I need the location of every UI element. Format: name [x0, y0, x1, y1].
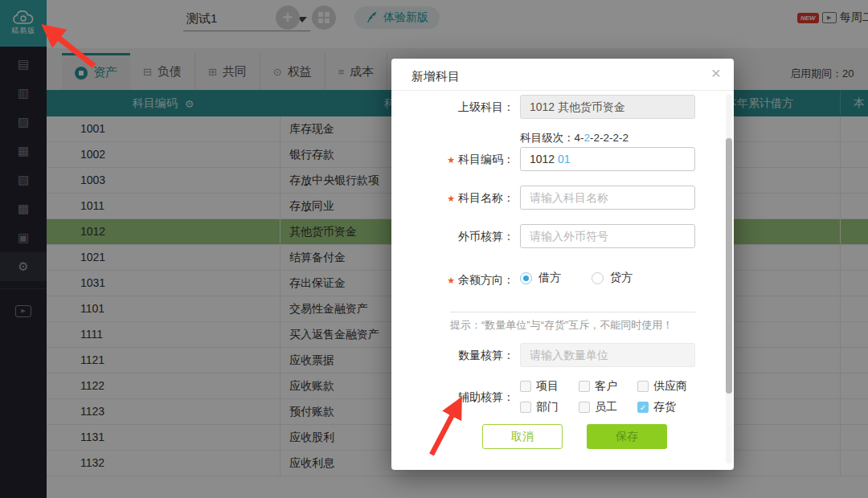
- close-icon[interactable]: ×: [711, 63, 721, 83]
- account-code-input[interactable]: 1012 01: [520, 147, 695, 171]
- required-star-icon: ★: [447, 155, 455, 165]
- parent-account-value: 1012 其他货币资金: [520, 95, 695, 119]
- checkbox-icon: [520, 381, 531, 392]
- checkbox-customer[interactable]: 客户: [579, 379, 637, 394]
- checkbox-inventory-checked[interactable]: ✓ 存货: [637, 400, 687, 414]
- checkbox-icon: [637, 381, 649, 392]
- account-name-label: ★科目名称：: [447, 191, 514, 206]
- required-star-icon: ★: [447, 194, 455, 203]
- new-account-dialog: 新增科目 × 上级科目： 1012 其他货币资金 科目级次：4-2-2-2-2-…: [391, 59, 734, 470]
- hint-divider: [450, 312, 695, 312]
- cancel-button[interactable]: 取消: [482, 424, 563, 449]
- aux-accounting-options: 项目 客户 供应商 部门 员工 ✓ 存货: [520, 379, 687, 414]
- balance-direction-group: 借方 贷方: [520, 271, 633, 285]
- checkbox-project[interactable]: 项目: [520, 379, 579, 394]
- aux-accounting-label: 辅助核算：: [458, 390, 514, 405]
- currency-input[interactable]: [520, 224, 695, 248]
- currency-label: 外币核算：: [458, 230, 514, 244]
- credit-radio[interactable]: [592, 272, 604, 284]
- quantity-unit-input[interactable]: [520, 343, 695, 367]
- checkbox-icon: [579, 402, 590, 413]
- mutual-exclusion-hint: 提示：“数量单位”与“存货”互斥，不能同时使用！: [450, 318, 673, 333]
- quantity-label: 数量核算：: [458, 349, 514, 363]
- account-code-label: ★科目编码：: [447, 153, 514, 167]
- credit-radio-label: 贷方: [610, 271, 633, 285]
- debit-radio-label: 借方: [538, 271, 561, 285]
- checkbox-icon: [520, 402, 531, 413]
- checkbox-checked-icon: ✓: [637, 402, 649, 413]
- app-window: 精易版 ▤ ▥ ▨ ▦ ▧ ▩ ▣ ⚙: [0, 0, 868, 498]
- balance-direction-label: ★余额方向：: [447, 273, 514, 288]
- checkbox-supplier[interactable]: 供应商: [637, 379, 687, 394]
- save-button[interactable]: 保存: [587, 424, 667, 449]
- parent-account-label: 上级科目：: [458, 100, 514, 115]
- checkbox-department[interactable]: 部门: [520, 400, 579, 414]
- account-level-text: 科目级次：4-2-2-2-2-2: [520, 131, 628, 145]
- debit-radio-selected[interactable]: [520, 272, 532, 284]
- required-star-icon: ★: [447, 276, 455, 285]
- dialog-scrollbar-thumb[interactable]: [726, 138, 732, 394]
- dialog-header-divider: [391, 90, 734, 91]
- dialog-title: 新增科目: [411, 69, 460, 84]
- account-name-input[interactable]: [520, 186, 695, 210]
- checkbox-employee[interactable]: 员工: [579, 400, 637, 414]
- checkbox-icon: [579, 381, 590, 392]
